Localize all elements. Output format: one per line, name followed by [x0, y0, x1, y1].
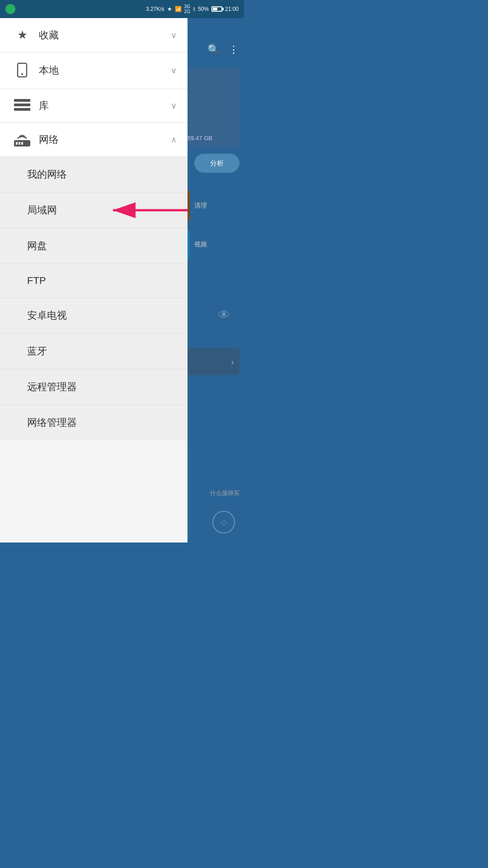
- network-label: 网络: [39, 133, 171, 146]
- network-type: 3G2G: [184, 4, 190, 14]
- bluetooth-item[interactable]: 蓝牙: [0, 334, 188, 369]
- signal-bars: ⦀: [193, 6, 195, 12]
- cloud-label: 网盘: [27, 239, 47, 253]
- network-submenu: 我的网络 局域网 网盘 FTP: [0, 157, 188, 440]
- status-right: 3.27K/s ★ 📶 3G2G ⦀ 50% 21:00: [146, 4, 239, 14]
- svg-rect-3: [14, 104, 30, 106]
- remote-manager-item[interactable]: 远程管理器: [0, 369, 188, 405]
- bluetooth-icon: ★: [167, 6, 172, 12]
- time-display: 21:00: [225, 6, 239, 12]
- lan-label: 局域网: [27, 203, 57, 217]
- network-manager-label: 网络管理器: [27, 416, 77, 429]
- svg-rect-2: [14, 99, 30, 102]
- svg-point-1: [21, 73, 23, 75]
- more-options-icon[interactable]: ⋮: [229, 44, 239, 56]
- local-arrow-icon: ∨: [171, 66, 177, 75]
- local-icon: [11, 62, 33, 79]
- library-section: 库 ∨: [0, 89, 188, 123]
- status-left: [5, 4, 15, 14]
- red-arrow-annotation: [104, 199, 188, 222]
- android-tv-label: 安卓电视: [27, 309, 67, 322]
- eye-icon: 👁: [218, 307, 230, 322]
- ftp-label: FTP: [27, 275, 46, 287]
- svg-rect-8: [21, 142, 23, 145]
- network-icon: [11, 133, 33, 146]
- remote-manager-label: 远程管理器: [27, 380, 77, 394]
- ftp-item[interactable]: FTP: [0, 264, 188, 298]
- svg-rect-6: [16, 142, 18, 145]
- my-network-item[interactable]: 我的网络: [0, 157, 188, 193]
- svg-rect-7: [19, 142, 20, 145]
- library-arrow-icon: ∨: [171, 101, 177, 111]
- library-item[interactable]: 库 ∨: [0, 89, 188, 123]
- my-network-label: 我的网络: [27, 168, 67, 181]
- bluetooth-label: 蓝牙: [27, 344, 47, 358]
- forward-arrow-icon: ›: [231, 357, 234, 367]
- watermark-text: 什么值得买: [210, 489, 239, 497]
- local-section: 本地 ∨: [0, 52, 188, 89]
- storage-text: 59.47 GB: [188, 135, 212, 142]
- cloud-item[interactable]: 网盘: [0, 228, 188, 264]
- local-label: 本地: [39, 64, 171, 77]
- analyze-button[interactable]: 分析: [194, 154, 239, 173]
- svg-rect-4: [14, 108, 30, 111]
- video-label: 视频: [194, 241, 207, 249]
- app-indicator: [5, 4, 15, 14]
- search-icon[interactable]: 🔍: [207, 44, 220, 56]
- network-speed: 3.27K/s: [146, 6, 164, 12]
- bottom-circle: ◯: [212, 511, 235, 533]
- battery-percent: 50%: [198, 6, 209, 12]
- wifi-icon: 📶: [175, 6, 182, 12]
- library-icon: [11, 99, 33, 113]
- navigation-drawer: ★ 收藏 ∨ 本地 ∨: [0, 18, 188, 542]
- lan-item[interactable]: 局域网: [0, 193, 188, 228]
- library-label: 库: [39, 99, 171, 113]
- favorites-label: 收藏: [39, 28, 171, 42]
- battery-icon: [211, 6, 222, 12]
- favorites-section: ★ 收藏 ∨: [0, 18, 188, 52]
- android-tv-item[interactable]: 安卓电视: [0, 298, 188, 334]
- clean-label: 清理: [194, 202, 207, 210]
- favorites-item[interactable]: ★ 收藏 ∨: [0, 18, 188, 52]
- favorites-arrow-icon: ∨: [171, 30, 177, 40]
- network-manager-item[interactable]: 网络管理器: [0, 405, 188, 440]
- local-item[interactable]: 本地 ∨: [0, 52, 188, 89]
- status-bar: 3.27K/s ★ 📶 3G2G ⦀ 50% 21:00: [0, 0, 244, 18]
- network-header-item[interactable]: 网络 ∧: [0, 123, 188, 157]
- favorites-icon: ★: [11, 28, 33, 42]
- network-arrow-icon: ∧: [171, 135, 177, 145]
- network-section: 网络 ∧ 我的网络 局域网: [0, 123, 188, 440]
